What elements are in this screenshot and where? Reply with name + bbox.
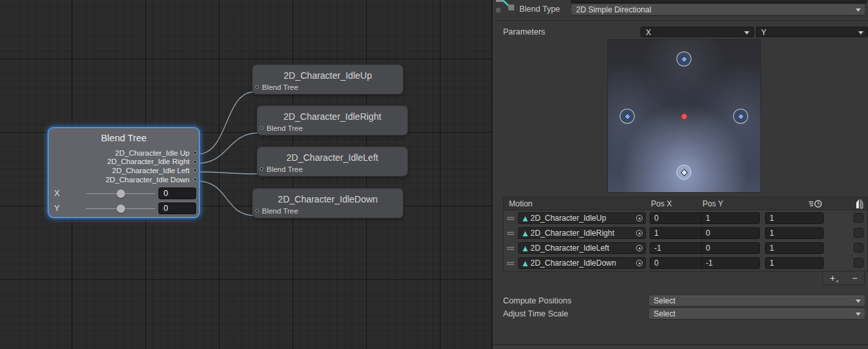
blend-point-up[interactable] — [676, 51, 691, 66]
drag-handle[interactable] — [507, 217, 514, 220]
blend-point-right[interactable] — [733, 109, 748, 124]
mirror-checkbox[interactable] — [854, 228, 863, 238]
node-title: 2D_Character_IdleLeft — [257, 147, 407, 163]
output-label: 2D_Character_Idle Up — [115, 149, 190, 157]
adjust-time-scale-value: Select — [654, 309, 675, 318]
speed-field[interactable]: 1 — [765, 257, 824, 269]
blend-type-value: 2D Simple Directional — [576, 5, 651, 14]
mirror-icon — [854, 199, 865, 209]
pos-y-field[interactable]: 0 — [701, 242, 760, 254]
root-node-outputs: 2D_Character_Idle Up 2D_Character_Idle R… — [49, 148, 199, 184]
table-footer: + − — [822, 272, 865, 285]
motion-row: 2D_Character_IdleUp 0 1 1 — [504, 211, 867, 226]
pos-y-column-header: Pos Y — [702, 199, 723, 208]
speed-field[interactable]: 1 — [765, 212, 824, 224]
pos-y-field[interactable]: -1 — [701, 257, 760, 269]
output-label: 2D_Character_Idle Left — [112, 167, 190, 174]
node-title: 2D_Character_IdleUp — [253, 65, 403, 81]
blend-space-canvas[interactable] — [608, 40, 760, 192]
param-y-slider-handle[interactable] — [117, 204, 125, 213]
blend-type-label: Blend Type — [519, 5, 560, 14]
adjust-time-scale-label: Adjust Time Scale — [503, 309, 568, 318]
node-idle-right[interactable]: 2D_Character_IdleRight Blend Tree — [257, 106, 407, 135]
motion-diamond-icon — [680, 169, 687, 176]
parameter-x-dropdown[interactable]: X — [641, 27, 754, 37]
motion-object-field[interactable]: 2D_Character_IdleLeft — [518, 242, 646, 254]
node-idle-left[interactable]: 2D_Character_IdleLeft Blend Tree — [257, 147, 407, 176]
name-field-partial[interactable] — [571, 0, 867, 3]
mirror-checkbox[interactable] — [854, 243, 863, 253]
parameter-y-dropdown[interactable]: Y — [756, 27, 868, 37]
output-port — [194, 178, 197, 181]
motion-object-field[interactable]: 2D_Character_IdleDown — [518, 257, 646, 269]
inspector-panel: Blend Type 2D Simple Directional Paramet… — [493, 0, 868, 349]
chevron-down-icon — [856, 300, 861, 303]
motion-diamond-icon — [624, 113, 631, 120]
motion-table: Motion Pos X Pos Y — [503, 197, 868, 272]
parameters-label: Parameters — [503, 27, 545, 36]
output-port — [194, 151, 197, 154]
mirror-checkbox[interactable] — [854, 258, 863, 268]
blend-tree-root-node[interactable]: Blend Tree 2D_Character_Idle Up 2D_Chara… — [49, 128, 199, 217]
remove-motion-button[interactable]: − — [852, 273, 857, 283]
output-port — [194, 169, 197, 172]
node-subtitle: Blend Tree — [267, 165, 303, 173]
compute-positions-value: Select — [654, 296, 675, 305]
node-idle-up[interactable]: 2D_Character_IdleUp Blend Tree — [253, 65, 403, 94]
adjust-time-scale-dropdown[interactable]: Select — [649, 309, 865, 319]
blend-tree-editor: Blend Tree 2D_Character_Idle Up 2D_Chara… — [0, 0, 868, 349]
speed-field[interactable]: 1 — [765, 227, 824, 239]
graph-canvas[interactable]: Blend Tree 2D_Character_Idle Up 2D_Chara… — [0, 0, 492, 349]
motion-diamond-icon — [680, 55, 687, 63]
node-subtitle: Blend Tree — [267, 124, 303, 132]
node-subtitle: Blend Tree — [262, 83, 298, 91]
motion-object-field[interactable]: 2D_Character_IdleUp — [518, 212, 646, 224]
speed-field[interactable]: 1 — [765, 242, 824, 254]
motion-name: 2D_Character_IdleLeft — [530, 244, 609, 253]
motion-row: 2D_Character_IdleRight 1 0 1 — [504, 226, 867, 241]
mirror-checkbox[interactable] — [854, 213, 863, 223]
output-port — [194, 160, 197, 163]
chevron-down-icon — [744, 31, 749, 35]
output-label: 2D_Character_Idle Right — [107, 158, 190, 165]
param-x-value-field[interactable]: 0 — [158, 188, 196, 199]
output-row-up: 2D_Character_Idle Up — [49, 148, 199, 158]
object-picker-icon[interactable] — [636, 260, 643, 266]
chevron-down-icon — [856, 8, 861, 12]
node-idle-down[interactable]: 2D_Character_IdleDown Blend Tree — [253, 189, 403, 217]
motion-name: 2D_Character_IdleDown — [530, 258, 616, 268]
compute-positions-dropdown[interactable]: Select — [649, 296, 865, 306]
object-picker-icon[interactable] — [636, 230, 643, 236]
pos-y-field[interactable]: 0 — [701, 227, 760, 239]
motion-name: 2D_Character_IdleRight — [530, 229, 615, 238]
motion-column-header: Motion — [509, 199, 532, 208]
pos-y-field[interactable]: 1 — [701, 212, 760, 224]
motion-row: 2D_Character_IdleDown 0 -1 1 — [504, 256, 867, 271]
param-row-x: X 0 — [49, 188, 199, 199]
blend-point-down[interactable] — [676, 165, 691, 180]
drag-handle[interactable] — [507, 232, 514, 235]
preview-position-handle[interactable] — [681, 113, 687, 120]
add-motion-button[interactable]: + — [830, 273, 838, 283]
compute-positions-label: Compute Positions — [503, 296, 571, 305]
blend-point-left[interactable] — [620, 109, 635, 124]
blend-tree-icon — [495, 0, 516, 14]
input-port — [255, 209, 259, 212]
drag-handle[interactable] — [507, 262, 514, 265]
param-x-slider-handle[interactable] — [117, 189, 125, 198]
drag-handle[interactable] — [507, 247, 514, 250]
param-y-value-field[interactable]: 0 — [158, 202, 196, 214]
motion-table-header: Motion Pos X Pos Y — [504, 197, 867, 210]
input-port — [260, 167, 263, 171]
motion-object-field[interactable]: 2D_Character_IdleRight — [518, 227, 646, 239]
param-x-label: X — [54, 188, 60, 198]
parameter-x-value: X — [646, 28, 651, 37]
node-title: 2D_Character_IdleRight — [257, 106, 407, 122]
bottom-strip — [493, 345, 868, 349]
blend-type-dropdown[interactable]: 2D Simple Directional — [571, 5, 865, 15]
chevron-down-icon — [836, 281, 839, 283]
output-row-left: 2D_Character_Idle Left — [49, 166, 199, 175]
object-picker-icon[interactable] — [636, 245, 643, 251]
object-picker-icon[interactable] — [636, 215, 643, 221]
motion-name: 2D_Character_IdleUp — [530, 214, 606, 223]
